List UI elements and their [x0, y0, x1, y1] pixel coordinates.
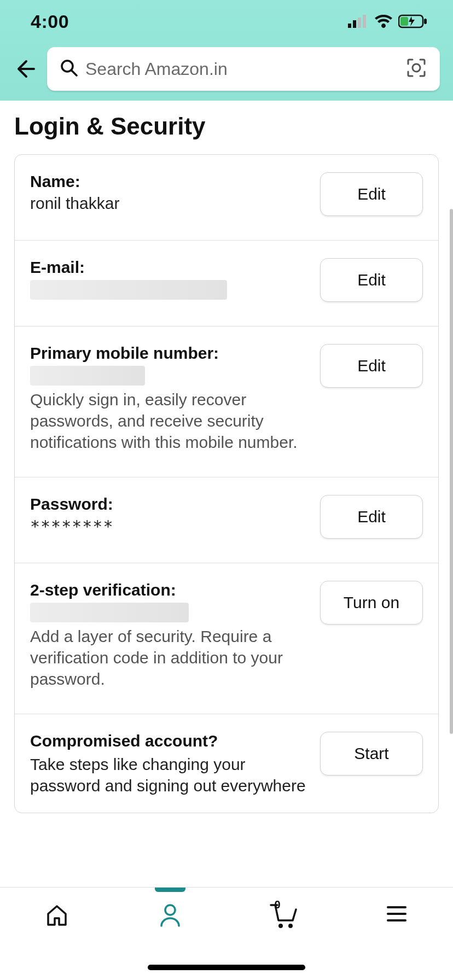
- value-mobile-redacted: [30, 366, 145, 386]
- nav-active-indicator: [155, 888, 185, 892]
- value-email-redacted: [30, 280, 227, 300]
- label-password: Password:: [30, 495, 309, 514]
- label-email: E-mail:: [30, 258, 309, 277]
- svg-rect-1: [353, 20, 356, 28]
- svg-rect-6: [424, 19, 427, 24]
- search-box[interactable]: [47, 47, 440, 91]
- start-compromised-button[interactable]: Start: [320, 732, 423, 775]
- value-name: ronil thakkar: [30, 194, 309, 213]
- edit-name-button[interactable]: Edit: [320, 172, 423, 216]
- status-time: 4:00: [31, 11, 69, 32]
- cellular-icon: [348, 15, 369, 28]
- desc-2step: Add a layer of security. Require a verif…: [30, 626, 309, 690]
- back-button[interactable]: [13, 57, 37, 81]
- desc-mobile: Quickly sign in, easily recover password…: [30, 389, 309, 453]
- turn-on-2step-button[interactable]: Turn on: [320, 581, 423, 625]
- edit-password-button[interactable]: Edit: [320, 495, 423, 539]
- home-icon: [44, 902, 70, 930]
- svg-rect-2: [358, 18, 361, 28]
- svg-point-10: [165, 905, 175, 915]
- svg-point-12: [288, 924, 293, 928]
- scrollbar[interactable]: [450, 209, 453, 734]
- home-indicator[interactable]: [148, 965, 305, 970]
- svg-rect-3: [363, 15, 366, 28]
- content: Login & Security Name: ronil thakkar Edi…: [0, 101, 453, 813]
- search-row: [0, 42, 453, 91]
- svg-point-11: [278, 924, 283, 928]
- wifi-icon: [374, 15, 393, 28]
- search-input[interactable]: [85, 59, 398, 79]
- bottom-nav: 0: [0, 887, 453, 980]
- label-2step: 2-step verification:: [30, 581, 309, 599]
- nav-account[interactable]: [148, 902, 192, 930]
- nav-cart[interactable]: 0: [262, 902, 305, 931]
- row-mobile: Primary mobile number: Quickly sign in, …: [15, 326, 438, 477]
- search-icon: [60, 59, 78, 79]
- svg-rect-5: [400, 17, 408, 26]
- value-password: ********: [30, 517, 309, 536]
- status-bar: 4:00: [0, 11, 453, 42]
- row-name: Name: ronil thakkar Edit: [15, 155, 438, 241]
- row-compromised: Compromised account? Take steps like cha…: [15, 714, 438, 813]
- menu-icon: [385, 902, 409, 928]
- cart-count-badge: 0: [275, 899, 281, 911]
- nav-home[interactable]: [35, 902, 79, 930]
- edit-email-button[interactable]: Edit: [320, 258, 423, 302]
- row-password: Password: ******** Edit: [15, 477, 438, 563]
- value-2step-redacted: [30, 603, 189, 622]
- page-title: Login & Security: [14, 113, 439, 140]
- status-icons: [348, 14, 428, 28]
- row-email: E-mail: Edit: [15, 241, 438, 326]
- nav-menu[interactable]: [375, 902, 419, 928]
- svg-line-8: [72, 71, 77, 75]
- battery-charging-icon: [398, 14, 428, 28]
- row-2step: 2-step verification: Add a layer of secu…: [15, 563, 438, 714]
- camera-scan-icon[interactable]: [406, 57, 427, 80]
- label-name: Name:: [30, 172, 309, 191]
- label-compromised: Compromised account?: [30, 732, 309, 750]
- edit-mobile-button[interactable]: Edit: [320, 344, 423, 388]
- header: 4:00: [0, 0, 453, 101]
- desc-compromised: Take steps like changing your password a…: [30, 754, 309, 796]
- svg-point-9: [413, 64, 420, 72]
- cart-icon: [269, 902, 298, 931]
- label-mobile: Primary mobile number:: [30, 344, 309, 363]
- svg-rect-0: [348, 24, 351, 28]
- account-icon: [157, 902, 183, 930]
- settings-card: Name: ronil thakkar Edit E-mail: Edit Pr…: [14, 154, 439, 813]
